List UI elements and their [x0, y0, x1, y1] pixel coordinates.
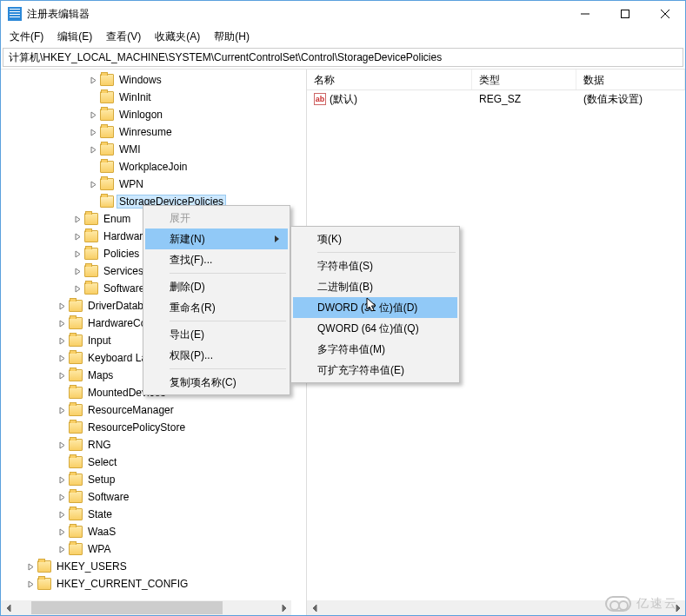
svg-rect-0 [622, 10, 629, 18]
expander-icon[interactable] [70, 264, 84, 278]
tree-item-wininit[interactable]: WinInit [1, 89, 306, 106]
cm-export[interactable]: 导出(E) [145, 324, 288, 345]
menu-help[interactable]: 帮助(H) [207, 28, 256, 46]
tree-item-state[interactable]: State [1, 506, 306, 523]
folder-icon [84, 265, 98, 277]
sm-key[interactable]: 项(K) [293, 229, 457, 249]
expander-icon[interactable] [55, 507, 69, 521]
expander-icon[interactable] [86, 142, 100, 156]
new-submenu[interactable]: 项(K) 字符串值(S) 二进制值(B) DWORD (32 位)值(D) QW… [290, 226, 460, 383]
expander-icon[interactable] [70, 229, 84, 243]
expander-icon[interactable] [55, 334, 69, 348]
tree-item-label: WinInit [117, 91, 153, 103]
scroll-left-arrow-icon[interactable] [1, 600, 16, 615]
expander-icon[interactable] [55, 316, 69, 330]
tree-horizontal-scrollbar[interactable] [1, 600, 291, 615]
sm-expandable-string[interactable]: 可扩充字符串值(E) [293, 360, 457, 381]
tree-item-workplacejoin[interactable]: WorkplaceJoin [1, 158, 306, 176]
maximize-button[interactable] [605, 1, 645, 27]
expander-icon[interactable] [55, 490, 69, 504]
expander-icon[interactable] [70, 282, 84, 295]
sm-string[interactable]: 字符串值(S) [293, 255, 457, 276]
expander-icon[interactable] [86, 108, 100, 122]
menu-view[interactable]: 查看(V) [99, 28, 148, 46]
folder-icon [69, 543, 83, 555]
menu-edit[interactable]: 编辑(E) [50, 28, 99, 46]
cm-copy-key-name[interactable]: 复制项名称(C) [145, 372, 288, 393]
tree-item-winlogon[interactable]: Winlogon [1, 106, 306, 123]
expander-icon[interactable] [55, 368, 69, 382]
cm-find[interactable]: 查找(F)... [145, 249, 288, 270]
minimize-button[interactable] [565, 1, 605, 27]
tree-item-hkey-users[interactable]: HKEY_USERS [1, 558, 306, 575]
cm-permissions[interactable]: 权限(P)... [145, 345, 288, 366]
tree-item-windows[interactable]: Windows [1, 71, 306, 89]
col-data[interactable]: 数据 [576, 70, 685, 89]
sm-qword[interactable]: QWORD (64 位)值(Q) [293, 318, 457, 339]
col-type[interactable]: 类型 [472, 70, 576, 89]
titlebar[interactable]: 注册表编辑器 [1, 1, 685, 27]
expander-icon[interactable] [86, 125, 100, 139]
tree-item-wpa[interactable]: WPA [1, 540, 306, 558]
tree-item-select[interactable]: Select [1, 454, 306, 471]
tree-item-label: Maps [86, 369, 115, 381]
expander-icon[interactable] [55, 299, 69, 313]
tree-item-label: ResourcePolicyStore [86, 421, 187, 434]
expander-icon[interactable] [70, 247, 84, 261]
tree-item-resourcemanager[interactable]: ResourceManager [1, 401, 306, 419]
context-menu[interactable]: 展开 新建(N) 查找(F)... 删除(D) 重命名(R) 导出(E) 权限(… [143, 205, 290, 395]
cm-separator [317, 252, 456, 253]
expander-icon[interactable] [55, 473, 69, 487]
folder-icon [100, 91, 114, 103]
tree-item-wpn[interactable]: WPN [1, 176, 306, 193]
scroll-left-arrow-icon[interactable] [307, 600, 322, 615]
menu-favorites[interactable]: 收藏夹(A) [148, 28, 207, 46]
tree-item-rng[interactable]: RNG [1, 436, 306, 454]
expander-icon[interactable] [23, 560, 37, 573]
tree-item-hkey-current-config[interactable]: HKEY_CURRENT_CONFIG [1, 575, 306, 593]
expander-icon[interactable] [86, 177, 100, 191]
list-row[interactable]: ab (默认) REG_SZ (数值未设置) [307, 90, 685, 108]
tree-item-wmi[interactable]: WMI [1, 141, 306, 158]
list-header[interactable]: 名称 类型 数据 [307, 70, 685, 90]
sm-dword[interactable]: DWORD (32 位)值(D) [293, 297, 457, 318]
tree-item-setup[interactable]: Setup [1, 471, 306, 488]
expander-icon [86, 160, 100, 174]
folder-icon [69, 421, 83, 434]
menubar: 文件(F) 编辑(E) 查看(V) 收藏夹(A) 帮助(H) [1, 27, 685, 46]
folder-icon [69, 387, 83, 399]
sm-multi-string[interactable]: 多字符串值(M) [293, 339, 457, 360]
menu-file[interactable]: 文件(F) [3, 28, 50, 46]
expander-icon[interactable] [23, 577, 37, 591]
tree-item-label: Select [86, 456, 118, 468]
sm-binary[interactable]: 二进制值(B) [293, 276, 457, 297]
cm-new[interactable]: 新建(N) [145, 229, 288, 249]
expander-icon[interactable] [55, 525, 69, 539]
col-name[interactable]: 名称 [307, 70, 472, 89]
cm-separator [170, 368, 286, 369]
tree-item-label: Services [102, 265, 145, 277]
tree-item-software[interactable]: Software [1, 488, 306, 506]
scroll-right-arrow-icon[interactable] [276, 600, 291, 615]
tree-item-label: Policies [102, 248, 141, 260]
expander-icon[interactable] [55, 542, 69, 556]
folder-icon [69, 474, 83, 486]
expander-icon[interactable] [55, 403, 69, 417]
tree-item-resourcepolicystore[interactable]: ResourcePolicyStore [1, 419, 306, 436]
tree-item-waas[interactable]: WaaS [1, 523, 306, 540]
expander-icon[interactable] [70, 212, 84, 226]
scroll-thumb[interactable] [31, 601, 223, 614]
folder-icon [69, 352, 83, 364]
folder-icon [100, 143, 114, 156]
tree-item-label: Enum [102, 213, 132, 225]
cm-rename[interactable]: 重命名(R) [145, 297, 288, 318]
close-button[interactable] [645, 1, 685, 27]
cm-delete[interactable]: 删除(D) [145, 276, 288, 297]
expander-icon[interactable] [86, 73, 100, 87]
tree-item-label: WorkplaceJoin [117, 161, 189, 173]
address-bar[interactable]: 计算机\HKEY_LOCAL_MACHINE\SYSTEM\CurrentCon… [3, 48, 683, 67]
expander-icon[interactable] [55, 351, 69, 365]
tree-item-winresume[interactable]: Winresume [1, 123, 306, 141]
tree-item-label: WMI [117, 143, 143, 156]
expander-icon[interactable] [55, 438, 69, 452]
